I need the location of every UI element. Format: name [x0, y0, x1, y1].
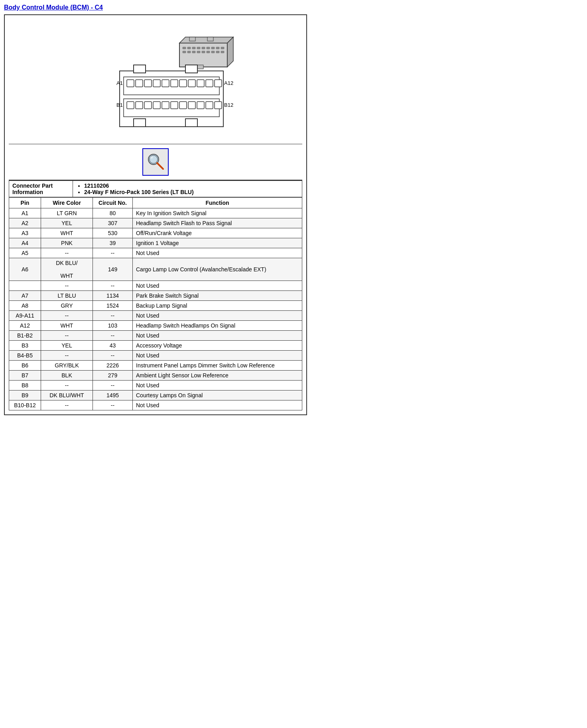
svg-rect-52 — [206, 102, 213, 109]
svg-rect-36 — [171, 80, 178, 87]
table-row: A9-A11 -- -- Not Used — [9, 311, 302, 321]
cell-wire-color: PNK — [41, 238, 93, 248]
svg-marker-2 — [179, 37, 233, 43]
svg-rect-15 — [192, 51, 195, 53]
table-row: B1-B2 -- -- Not Used — [9, 331, 302, 341]
cell-circuit-no: 39 — [93, 238, 133, 248]
cell-function: Off/Run/Crank Voltage — [133, 228, 302, 238]
cell-function: Key In Ignition Switch Signal — [133, 208, 302, 218]
cell-circuit-no: 1134 — [93, 291, 133, 301]
svg-rect-26 — [134, 65, 146, 73]
diagram-area: A1 A12 B1 B12 — [9, 19, 302, 144]
cell-circuit-no: -- — [93, 331, 133, 341]
cell-circuit-no: 1495 — [93, 390, 133, 400]
cell-wire-color: -- — [41, 381, 93, 390]
cell-wire-color: -- — [41, 400, 93, 410]
cell-wire-color: WHT — [41, 321, 93, 331]
svg-rect-24 — [197, 65, 203, 69]
connector-info-label: Connector Part Information — [9, 181, 73, 197]
cell-pin: B8 — [9, 381, 41, 390]
svg-rect-21 — [221, 51, 224, 53]
connector-svg: A1 A12 B1 B12 — [72, 27, 239, 139]
svg-rect-4 — [183, 47, 186, 49]
table-row: A7 LT BLU 1134 Park Brake Switch Signal — [9, 291, 302, 301]
header-pin: Pin — [9, 198, 41, 208]
svg-rect-18 — [207, 51, 210, 53]
table-row: B6 GRY/BLK 2226 Instrument Panel Lamps D… — [9, 361, 302, 371]
svg-text:A1: A1 — [116, 80, 123, 86]
cell-function: Not Used — [133, 311, 302, 321]
page-title: Body Control Module (BCM) - C4 — [4, 4, 307, 11]
svg-rect-0 — [179, 43, 227, 67]
cell-pin: A5 — [9, 248, 41, 258]
table-row: B7 BLK 279 Ambient Light Sensor Low Refe… — [9, 371, 302, 381]
cell-circuit-no: -- — [93, 351, 133, 361]
svg-text:B12: B12 — [224, 102, 233, 108]
svg-rect-14 — [187, 51, 191, 53]
cell-circuit-no: 103 — [93, 321, 133, 331]
cell-pin: A2 — [9, 218, 41, 228]
table-row: B9 DK BLU/WHT 1495 Courtesy Lamps On Sig… — [9, 390, 302, 400]
magnifier-box[interactable] — [142, 148, 169, 176]
cell-function: Not Used — [133, 351, 302, 361]
svg-rect-12 — [221, 47, 224, 49]
table-row: A4 PNK 39 Ignition 1 Voltage — [9, 238, 302, 248]
cell-function: Not Used — [133, 248, 302, 258]
cell-circuit-no: -- — [93, 311, 133, 321]
cell-circuit-no: -- — [93, 400, 133, 410]
connector-description: 24-Way F Micro-Pack 100 Series (LT BLU) — [84, 189, 299, 195]
table-row: B10-B12 -- -- Not Used — [9, 400, 302, 410]
table-row: A6 DK BLU/WHT 149 Cargo Lamp Low Control… — [9, 258, 302, 281]
cell-wire-color: GRY — [41, 301, 93, 311]
cell-function: Courtesy Lamps On Signal — [133, 390, 302, 400]
pin-table: Pin Wire Color Circuit No. Function A1 L… — [9, 197, 302, 410]
svg-rect-48 — [171, 102, 178, 109]
svg-rect-28 — [134, 119, 146, 127]
cell-function: Headlamp Switch Flash to Pass Signal — [133, 218, 302, 228]
cell-circuit-no: 43 — [93, 341, 133, 351]
svg-rect-37 — [179, 80, 187, 87]
cell-function: Instrument Panel Lamps Dimmer Switch Low… — [133, 361, 302, 371]
header-wire-color: Wire Color — [41, 198, 93, 208]
cell-wire-color: DK BLU/WHT — [41, 258, 93, 281]
cell-wire-color: LT BLU — [41, 291, 93, 301]
svg-rect-50 — [188, 102, 195, 109]
svg-rect-35 — [162, 80, 169, 87]
table-row: A1 LT GRN 80 Key In Ignition Switch Sign… — [9, 208, 302, 218]
svg-text:B1: B1 — [116, 102, 123, 108]
svg-rect-31 — [127, 80, 134, 87]
svg-rect-27 — [185, 65, 197, 73]
connector-detail: 12110206 24-Way F Micro-Pack 100 Series … — [73, 181, 302, 197]
connector-part-number: 12110206 — [84, 182, 299, 189]
svg-rect-51 — [197, 102, 204, 109]
cell-function: Headlamp Switch Headlamps On Signal — [133, 321, 302, 331]
cell-wire-color: -- — [41, 248, 93, 258]
cell-wire-color: YEL — [41, 341, 93, 351]
cell-pin: A8 — [9, 301, 41, 311]
svg-rect-34 — [153, 80, 160, 87]
cell-pin: A12 — [9, 321, 41, 331]
magnifier-icon — [146, 151, 165, 171]
cell-function: Cargo Lamp Low Control (Avalanche/Escala… — [133, 258, 302, 281]
cell-circuit-no: 530 — [93, 228, 133, 238]
cell-function: Ignition 1 Voltage — [133, 238, 302, 248]
svg-rect-23 — [207, 37, 213, 41]
cell-pin: B7 — [9, 371, 41, 381]
svg-rect-22 — [189, 37, 195, 41]
cell-function: Not Used — [133, 400, 302, 410]
svg-rect-20 — [216, 51, 219, 53]
cell-wire-color: DK BLU/WHT — [41, 390, 93, 400]
cell-pin: A3 — [9, 228, 41, 238]
svg-rect-8 — [202, 47, 205, 49]
cell-circuit-no: 307 — [93, 218, 133, 228]
cell-function: Backup Lamp Signal — [133, 301, 302, 311]
cell-circuit-no: 2226 — [93, 361, 133, 371]
svg-rect-32 — [136, 80, 143, 87]
table-row: A3 WHT 530 Off/Run/Crank Voltage — [9, 228, 302, 238]
table-row: A8 GRY 1524 Backup Lamp Signal — [9, 301, 302, 311]
svg-rect-46 — [153, 102, 160, 109]
svg-rect-43 — [127, 102, 134, 109]
svg-rect-47 — [162, 102, 169, 109]
cell-function: Not Used — [133, 381, 302, 390]
svg-rect-16 — [197, 51, 200, 53]
